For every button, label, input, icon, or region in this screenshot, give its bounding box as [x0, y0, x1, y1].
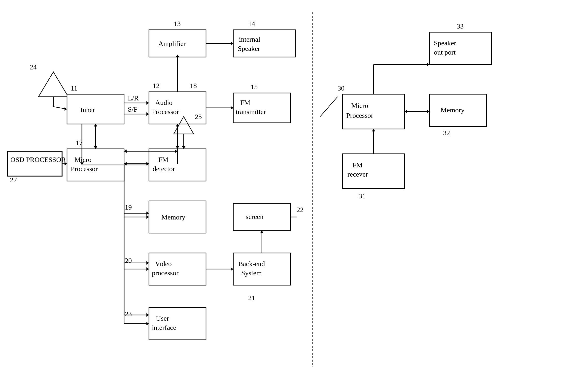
ref-13: 13 — [174, 20, 181, 28]
micro-processor-left-label1: Micro — [74, 156, 91, 163]
ref-27: 27 — [10, 176, 17, 184]
micro-processor-right-label1: Micro — [351, 102, 368, 109]
osd-processor-box — [7, 151, 62, 176]
ref-18: 18 — [190, 82, 197, 90]
internal-speaker-box — [233, 30, 295, 57]
micro-processor-right-label2: Processor — [346, 112, 374, 119]
diagram-container: 24 tuner 11 Audio Processor 12 18 Amplif… — [0, 0, 588, 372]
osd-processor-label: OSD PROCESSOR — [10, 156, 66, 163]
svg-marker-28 — [146, 313, 149, 317]
svg-marker-12 — [146, 112, 149, 116]
ref-32: 32 — [443, 129, 450, 137]
ref-14: 14 — [248, 20, 255, 28]
user-interface-label1: User — [156, 314, 169, 322]
internal-speaker-label1: internal — [239, 35, 260, 43]
tuner-box — [67, 94, 124, 124]
svg-marker-64 — [146, 267, 149, 271]
ref-31: 31 — [359, 192, 366, 200]
fm-transmitter-label1: FM — [240, 99, 250, 106]
svg-marker-53 — [94, 146, 97, 149]
fm-detector-label2: detector — [153, 165, 175, 173]
svg-marker-24 — [146, 212, 149, 215]
svg-marker-47 — [427, 63, 429, 66]
speaker-out-port-label2: out port — [434, 48, 456, 56]
micro-processor-left-label2: Processor — [71, 165, 98, 173]
fm-receiver-label2: recever — [347, 170, 368, 178]
svg-marker-31 — [231, 267, 233, 271]
svg-marker-52 — [94, 124, 97, 126]
fm-receiver-label1: FM — [352, 161, 363, 169]
antenna-left-icon — [38, 72, 68, 97]
svg-marker-19 — [182, 146, 185, 149]
back-end-system-label1: Back-end — [238, 260, 265, 268]
svg-marker-71 — [231, 106, 233, 110]
sf-label: S/F — [128, 105, 138, 113]
memory-right-label: Memory — [441, 106, 464, 114]
svg-marker-44 — [405, 110, 407, 113]
ref-12: 12 — [153, 82, 160, 90]
audio-processor-label2: Processor — [152, 108, 179, 116]
svg-marker-43 — [427, 110, 429, 113]
svg-line-50 — [320, 97, 338, 117]
ref-30: 30 — [338, 84, 345, 92]
svg-marker-26 — [146, 261, 149, 265]
svg-marker-10 — [146, 101, 149, 105]
back-end-system-label2: System — [241, 269, 262, 277]
speaker-out-port-label1: Speaker — [434, 39, 456, 47]
lr-label: L/R — [128, 94, 139, 102]
ref-23: 23 — [125, 310, 132, 318]
fm-transmitter-label2: transmitter — [236, 108, 266, 116]
svg-marker-66 — [146, 322, 149, 325]
ref-25: 25 — [195, 113, 202, 121]
ref-19: 19 — [125, 203, 132, 211]
ref-11: 11 — [71, 84, 77, 92]
user-interface-label2: interface — [152, 324, 176, 331]
svg-marker-4 — [231, 42, 233, 45]
video-processor-label2: processor — [152, 269, 179, 277]
svg-marker-2 — [65, 107, 67, 111]
amplifier-label: Amplifier — [158, 40, 186, 47]
fm-detector-label1: FM — [158, 156, 169, 163]
svg-marker-33 — [260, 231, 264, 233]
memory-left-label: Memory — [161, 213, 185, 221]
audio-processor-label: Audio — [155, 99, 173, 106]
ref-22: 22 — [297, 206, 304, 214]
internal-speaker-label2: Speaker — [238, 45, 260, 52]
svg-marker-56 — [124, 150, 127, 153]
ref-24: 24 — [30, 63, 37, 71]
svg-marker-49 — [372, 129, 375, 131]
screen-label: screen — [246, 213, 264, 220]
ref-21: 21 — [248, 294, 255, 302]
ref-33: 33 — [457, 22, 464, 30]
svg-marker-62 — [146, 215, 149, 219]
video-processor-label1: Video — [155, 260, 172, 268]
ref-15: 15 — [251, 83, 258, 91]
ref-20: 20 — [125, 257, 132, 264]
tuner-label: tuner — [81, 106, 95, 114]
